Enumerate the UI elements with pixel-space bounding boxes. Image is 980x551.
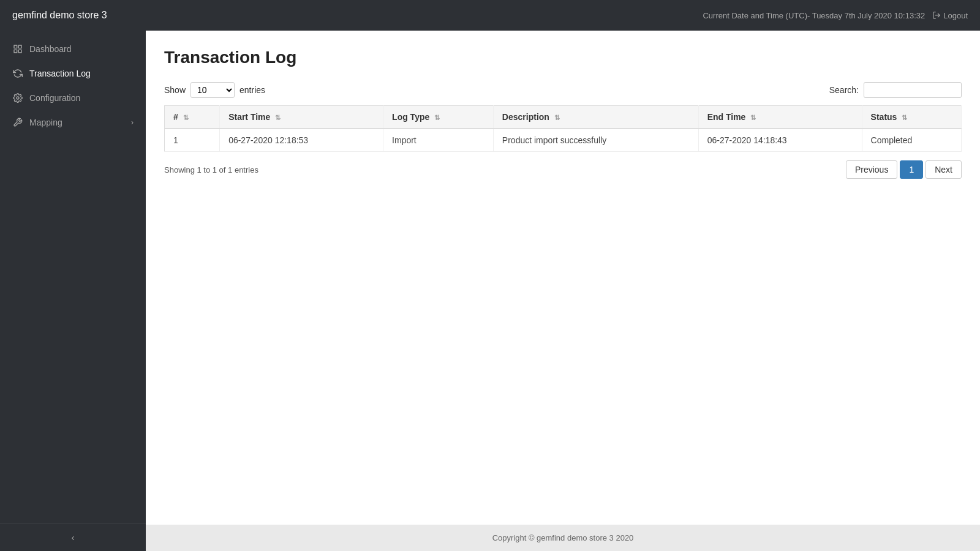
- dashboard-icon: [12, 43, 23, 54]
- sidebar-collapse-button[interactable]: ‹: [0, 523, 146, 551]
- col-header-start-time[interactable]: Start Time ⇅: [220, 106, 383, 129]
- svg-rect-3: [18, 50, 21, 53]
- search-box: Search:: [829, 82, 962, 98]
- sidebar-label-configuration: Configuration: [29, 93, 134, 103]
- col-header-end-time[interactable]: End Time ⇅: [698, 106, 862, 129]
- content-area: Transaction Log Show 10 25 50 100 entrie…: [146, 31, 980, 525]
- data-table: # ⇅ Start Time ⇅ Log Type ⇅ Descriptio: [164, 105, 962, 152]
- table-header-row: # ⇅ Start Time ⇅ Log Type ⇅ Descriptio: [165, 106, 962, 129]
- main-content: Transaction Log Show 10 25 50 100 entrie…: [146, 31, 980, 551]
- cell-description-0: Product import successfully: [493, 129, 698, 152]
- sort-icon-end-time: ⇅: [750, 114, 756, 121]
- collapse-icon: ‹: [72, 533, 75, 542]
- table-row: 106-27-2020 12:18:53ImportProduct import…: [165, 129, 962, 152]
- show-entries: Show 10 25 50 100 entries: [164, 82, 265, 98]
- brand-title: gemfind demo store 3: [12, 10, 107, 21]
- layout: Dashboard Transaction Log: [0, 31, 980, 551]
- mapping-icon: [12, 117, 23, 128]
- showing-text: Showing 1 to 1 of 1 entries: [164, 165, 258, 174]
- cell-start_time-0: 06-27-2020 12:18:53: [220, 129, 383, 152]
- table-controls: Show 10 25 50 100 entries Search:: [164, 82, 962, 98]
- next-button[interactable]: Next: [925, 160, 962, 179]
- sidebar-label-transaction-log: Transaction Log: [29, 69, 134, 78]
- sidebar-nav: Dashboard Transaction Log: [0, 31, 146, 523]
- mapping-arrow-icon: ›: [131, 118, 134, 127]
- page-1-button[interactable]: 1: [900, 160, 923, 179]
- transaction-icon: [12, 68, 23, 79]
- sidebar-item-mapping[interactable]: Mapping ›: [0, 110, 146, 135]
- svg-rect-4: [14, 50, 17, 53]
- page-title: Transaction Log: [164, 48, 962, 67]
- show-label: Show: [164, 85, 186, 95]
- sidebar-label-dashboard: Dashboard: [29, 44, 134, 54]
- svg-rect-2: [18, 45, 21, 48]
- cell-log_type-0: Import: [383, 129, 494, 152]
- logout-icon: [932, 11, 941, 20]
- sidebar: Dashboard Transaction Log: [0, 31, 146, 551]
- config-icon: [12, 92, 23, 103]
- col-header-log-type[interactable]: Log Type ⇅: [383, 106, 494, 129]
- sort-icon-start-time: ⇅: [275, 114, 281, 121]
- sidebar-item-configuration[interactable]: Configuration: [0, 86, 146, 110]
- sort-icon-status: ⇅: [902, 114, 907, 121]
- search-input[interactable]: [864, 82, 962, 98]
- sort-icon-num: ⇅: [183, 114, 189, 121]
- topnav-right: Current Date and Time (UTC)- Tuesday 7th…: [703, 11, 968, 20]
- logout-label: Logout: [943, 11, 968, 20]
- svg-rect-1: [14, 45, 17, 48]
- footer: Copyright © gemfind demo store 3 2020: [146, 525, 980, 551]
- copyright-text: Copyright © gemfind demo store 3 2020: [492, 533, 634, 542]
- sidebar-label-mapping: Mapping: [29, 118, 125, 127]
- logout-button[interactable]: Logout: [932, 11, 968, 20]
- sidebar-item-dashboard[interactable]: Dashboard: [0, 37, 146, 61]
- col-header-num[interactable]: # ⇅: [165, 106, 220, 129]
- col-header-description[interactable]: Description ⇅: [493, 106, 698, 129]
- col-header-status[interactable]: Status ⇅: [862, 106, 961, 129]
- sort-icon-description: ⇅: [554, 114, 560, 121]
- sidebar-item-transaction-log[interactable]: Transaction Log: [0, 61, 146, 86]
- sort-icon-log-type: ⇅: [434, 114, 440, 121]
- previous-button[interactable]: Previous: [846, 160, 897, 179]
- cell-status-0: Completed: [862, 129, 961, 152]
- cell-end_time-0: 06-27-2020 14:18:43: [698, 129, 862, 152]
- search-label: Search:: [829, 85, 859, 95]
- entries-select[interactable]: 10 25 50 100: [190, 82, 235, 98]
- pagination: Previous 1 Next: [846, 160, 962, 179]
- table-footer: Showing 1 to 1 of 1 entries Previous 1 N…: [164, 160, 962, 179]
- svg-point-5: [17, 97, 19, 99]
- cell-num-0: 1: [165, 129, 220, 152]
- datetime-label: Current Date and Time (UTC)- Tuesday 7th…: [703, 11, 925, 20]
- topnav: gemfind demo store 3 Current Date and Ti…: [0, 0, 980, 31]
- entries-label: entries: [239, 85, 265, 95]
